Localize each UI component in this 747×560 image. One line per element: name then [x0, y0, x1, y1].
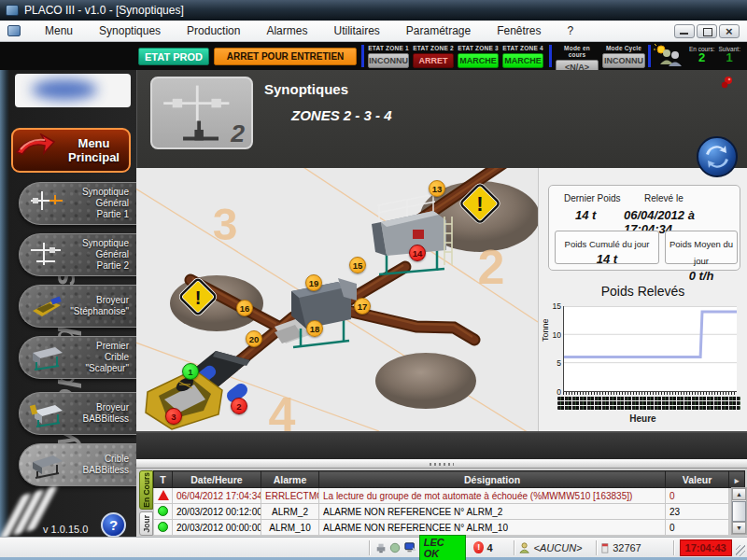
- resize-grip[interactable]: [736, 545, 745, 556]
- y-tick-5: 5: [557, 358, 561, 368]
- col-valeur[interactable]: Valeur: [666, 471, 729, 488]
- menu-item-alarmes[interactable]: Alarmes: [253, 21, 320, 40]
- divider: [361, 45, 364, 67]
- equipment-badge-13[interactable]: 13: [429, 180, 445, 197]
- window-title: PLACO III - v1.0 - [Synoptiques]: [24, 4, 184, 17]
- equipment-badge-3[interactable]: 3: [165, 408, 182, 425]
- help-button[interactable]: ?: [101, 512, 126, 538]
- y-tick-10: 10: [553, 330, 561, 340]
- refresh-button[interactable]: [697, 136, 738, 177]
- en-cours-counter: En cours: 2: [689, 44, 714, 68]
- menu-item-fenetres[interactable]: Fenêtres: [484, 21, 554, 40]
- connection-led-icon: [389, 541, 401, 554]
- plc-write-icon: [375, 541, 387, 554]
- maintenance-banner: ARRET POUR ENTRETIEN: [214, 48, 357, 65]
- alarm-row[interactable]: 20/03/2012 00:00:00 ALRM_10 ALARME NON R…: [154, 520, 745, 536]
- tab-en-cours[interactable]: En Cours: [139, 470, 153, 510]
- machine-thumbnail-icon: [27, 398, 66, 429]
- menu-item-help[interactable]: ?: [555, 21, 587, 40]
- version-label: v 1.0.15.0: [43, 524, 88, 535]
- last-weight-card: Dernier Poids Relevé le 14 t 06/04/2012 …: [548, 185, 740, 271]
- alarm-count: 4: [486, 542, 492, 553]
- placo-logo: [15, 74, 131, 107]
- page-title: Synoptiques: [264, 81, 348, 97]
- col-date-heure[interactable]: Date/Heure: [173, 471, 261, 488]
- ok-circle-icon: [158, 522, 168, 532]
- scroll-down-icon[interactable]: [732, 522, 746, 534]
- alarm-table: T Date/Heure Alarme Désignation Valeur 0…: [153, 470, 745, 536]
- zone-number-4: 4: [269, 386, 296, 431]
- zone3-state: ETAT ZONE 3 MARCHE: [458, 45, 499, 68]
- state-toolbar: ETAT PROD ARRET POUR ENTRETIEN ETAT ZONE…: [0, 42, 747, 70]
- divider: [648, 45, 651, 67]
- zone1-value: INCONNU: [368, 53, 409, 68]
- equipment-badge-19[interactable]: 19: [305, 274, 322, 291]
- sidebar-item-broyeur-stephanoise[interactable]: Broyeur "Stéphanoise": [19, 285, 136, 328]
- machine-thumbnail-icon: [27, 342, 66, 373]
- alarm-scrollbar[interactable]: [731, 487, 747, 535]
- menu-principal-button[interactable]: Menu Principal: [11, 128, 131, 173]
- header-scroll-right[interactable]: [729, 471, 745, 488]
- menu-item-parametrage[interactable]: Paramétrage: [393, 21, 484, 40]
- alarm-row[interactable]: 06/04/2012 17:04:34 ERRLECTMOT La lectur…: [154, 488, 745, 504]
- equipment-badge-18[interactable]: 18: [306, 320, 323, 337]
- machine-alimentateur[interactable]: [146, 351, 250, 429]
- equipment-badge-15[interactable]: 15: [349, 257, 366, 273]
- equipment-badge-17[interactable]: 17: [354, 298, 371, 315]
- equipment-badge-14[interactable]: 14: [409, 245, 426, 261]
- status-bar: LEC OK ! 4 <AUCUN> 32767 17:04:43: [0, 537, 747, 557]
- warning-triangle-icon: [158, 490, 169, 500]
- sidebar-item-premier-crible-scalpeur[interactable]: Premier Crible "Scalpeur": [19, 336, 136, 379]
- zone4-value: MARCHE: [502, 53, 543, 68]
- menu-item-utilitaires[interactable]: Utilitaires: [320, 21, 392, 40]
- menu-item-synoptiques[interactable]: Synoptiques: [86, 21, 174, 40]
- app-window: PLACO III - v1.0 - [Synoptiques] Menu Sy…: [0, 0, 747, 560]
- poids-cumule-box: Poids Cumulé du jour 14 t: [555, 231, 659, 264]
- etat-prod-button[interactable]: ETAT PROD: [138, 48, 209, 65]
- memory-gauge-icon: [601, 541, 609, 554]
- sidebar-item-broyeur-babbitless[interactable]: Broyeur BABBitless: [19, 392, 136, 435]
- sidebar-item-synoptique-general-1[interactable]: Synoptique Général Partie 1: [19, 182, 136, 225]
- equipment-badge-2[interactable]: 2: [231, 398, 247, 414]
- synoptic-thumbnail-icon: [27, 188, 66, 219]
- col-designation[interactable]: Désignation: [319, 471, 666, 488]
- releve-le-label: Relevé le: [644, 193, 684, 203]
- col-t[interactable]: T: [154, 471, 173, 488]
- minimize-button[interactable]: [674, 24, 695, 38]
- dernier-poids-value: 14 t: [575, 208, 596, 222]
- scroll-thumb[interactable]: [732, 501, 746, 522]
- zone4-state: ETAT ZONE 4 MARCHE: [502, 45, 543, 68]
- alarm-panel: En Cours Jour T Date/Heure Alarme Désign…: [136, 469, 747, 537]
- alarm-row[interactable]: 20/03/2012 00:12:00 ALRM_2 ALARME NON RE…: [154, 504, 745, 520]
- synoptic-diagram: ! ! 3 2 4 13 14 15 16 17 18 19 20 1 2 3: [136, 168, 538, 431]
- dernier-poids-label: Dernier Poids: [564, 193, 621, 203]
- equipment-badge-16[interactable]: 16: [236, 300, 253, 316]
- equipment-badge-20[interactable]: 20: [246, 330, 262, 347]
- tab-jour[interactable]: Jour: [139, 511, 153, 536]
- sidebar-item-crible-babbitless[interactable]: Crible BABBitless: [19, 443, 136, 486]
- equipment-badge-1[interactable]: 1: [182, 363, 199, 380]
- alarm-count-icon[interactable]: !: [473, 541, 484, 553]
- mdi-child-icon[interactable]: [7, 25, 21, 36]
- machine-thumbnail-icon: [27, 449, 66, 481]
- y-tick-0: 0: [557, 387, 561, 397]
- menu-item-menu[interactable]: Menu: [32, 21, 86, 40]
- col-alarme[interactable]: Alarme: [261, 471, 319, 488]
- svg-text:!: !: [195, 287, 202, 308]
- restore-button[interactable]: [697, 24, 717, 38]
- diagram-lower-band: [136, 431, 747, 459]
- close-button[interactable]: [719, 24, 740, 38]
- scroll-up-icon[interactable]: [732, 488, 746, 500]
- horizontal-splitter[interactable]: [136, 459, 747, 469]
- x-axis-ticks: [563, 392, 737, 395]
- plc-monitor-icon: [404, 541, 417, 554]
- sidebar-item-synoptique-general-2[interactable]: Synoptique Général Partie 2: [19, 233, 136, 276]
- mode-cycle-value: INCONNU: [602, 53, 645, 68]
- y-tick-15: 15: [553, 301, 561, 311]
- x-tick-labels-illegible: [557, 401, 740, 405]
- zone-icon-number: 2: [230, 119, 245, 147]
- menu-item-production[interactable]: Production: [174, 21, 253, 40]
- red-pin-icon[interactable]: [719, 76, 734, 91]
- zone2-state: ETAT ZONE 2 ARRET: [413, 45, 454, 68]
- user-icon: [519, 541, 529, 554]
